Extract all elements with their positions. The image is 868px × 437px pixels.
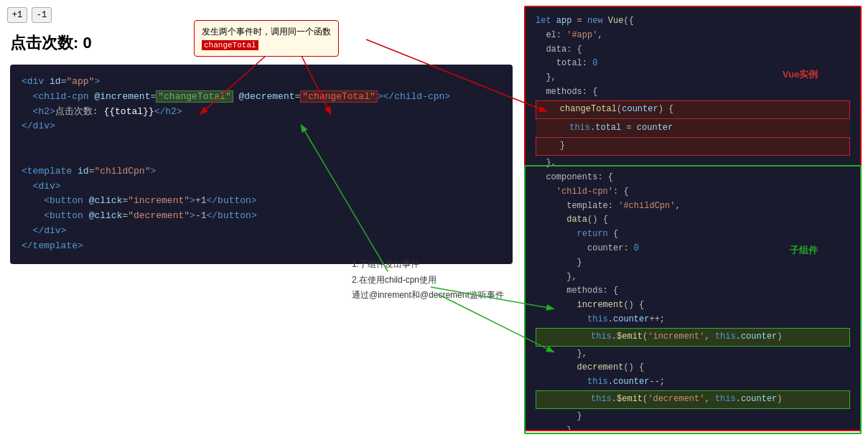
left-code-panel: <div id="app"> <child-cpn @increment="ch…	[10, 65, 513, 264]
vue-instance-label: Vue实例	[783, 68, 818, 81]
child-component-label: 子组件	[790, 244, 818, 257]
top-buttons: +1 -1	[7, 7, 52, 23]
minus-button[interactable]: -1	[32, 7, 52, 23]
click-count-display: 点击次数: 0	[10, 32, 92, 54]
annotation-steps: 1.子组件发出事件 2.在使用child-cpn使用 通过@inrement和@…	[352, 257, 504, 304]
annotation-bubble: 发生两个事件时，调用同一个函数 changeTotal	[194, 20, 339, 57]
plus-button[interactable]: +1	[7, 7, 27, 23]
